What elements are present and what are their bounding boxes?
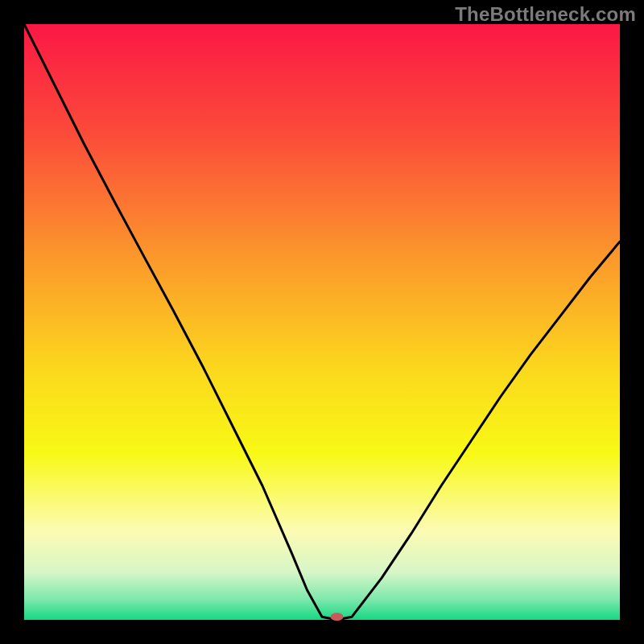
plot-background (24, 24, 620, 620)
chart-svg (0, 0, 644, 644)
watermark-label: TheBottleneck.com (455, 3, 636, 26)
optimum-marker (331, 613, 344, 621)
bottleneck-chart: TheBottleneck.com (0, 0, 644, 644)
